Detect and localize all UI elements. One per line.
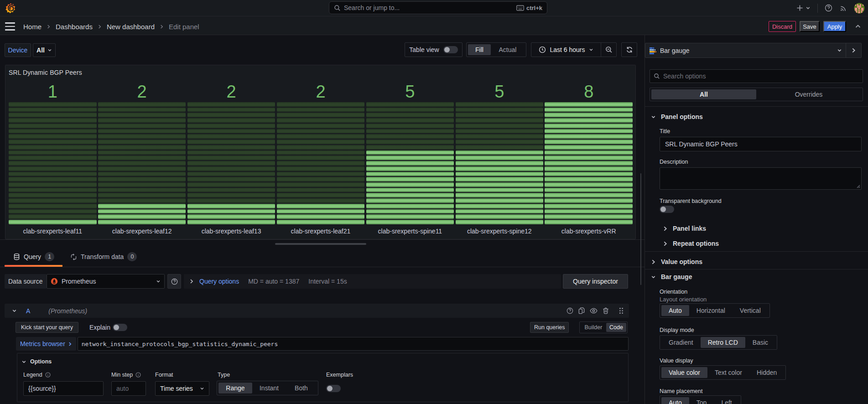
resize-handle-icon[interactable] <box>856 184 860 188</box>
help-icon[interactable] <box>825 4 832 12</box>
gauge-cell <box>456 182 544 187</box>
pane-splitter-handle[interactable] <box>640 173 641 285</box>
zoom-out-button[interactable] <box>601 43 616 57</box>
format-select[interactable]: Time series <box>155 381 209 396</box>
display-mode-basic[interactable]: Basic <box>745 337 775 348</box>
query-options-strip[interactable]: Query options MD = auto = 1387 Interval … <box>184 274 561 289</box>
gauge-cell <box>98 177 186 181</box>
orientation-auto[interactable]: Auto <box>661 305 689 316</box>
tab-query[interactable]: Query 1 <box>13 246 54 267</box>
query-options-collapse[interactable]: Options <box>21 358 52 365</box>
run-queries-button[interactable]: Run queries <box>530 322 569 333</box>
chevron-up-icon[interactable] <box>855 23 861 30</box>
tab-transform-data[interactable]: Transform data 0 <box>70 246 137 267</box>
table-view-toggle[interactable] <box>443 46 458 53</box>
value-display-text-color[interactable]: Text color <box>707 367 749 378</box>
gauge-cell <box>545 166 633 171</box>
discard-button[interactable]: Discard <box>769 21 796 32</box>
bar-gauge-panel[interactable]: SRL Dynamic BGP Peers 1clab-srexperts-le… <box>5 65 636 239</box>
filter-option-overrides[interactable]: Overrides <box>756 89 861 99</box>
value-display-hidden[interactable]: Hidden <box>749 367 784 378</box>
apply-button[interactable]: Apply <box>823 21 846 32</box>
panel-title-input[interactable]: SRL Dynamic BGP Peers <box>660 137 862 151</box>
time-range-picker[interactable]: Last 6 hours <box>531 43 601 57</box>
refresh-button[interactable] <box>621 42 637 57</box>
breadcrumb-dashboards[interactable]: Dashboards <box>56 23 93 31</box>
query-help-icon[interactable] <box>567 307 573 314</box>
gauge-cell <box>366 155 454 160</box>
orientation-horizontal[interactable]: Horizontal <box>689 305 733 316</box>
explain-toggle[interactable] <box>113 324 127 331</box>
info-icon[interactable] <box>45 372 51 378</box>
global-search-input[interactable]: Search or jump to... ctrl+k <box>329 1 547 14</box>
info-icon[interactable] <box>135 372 141 378</box>
prometheus-icon <box>51 278 58 285</box>
panel-links-section[interactable]: Panel links <box>663 225 706 232</box>
user-avatar[interactable] <box>854 3 865 14</box>
kick-start-query-button[interactable]: Kick start your query <box>16 322 78 333</box>
gauge-cell <box>456 102 544 107</box>
name-placement-top[interactable]: Top <box>689 397 714 404</box>
breadcrumb-new-dashboard[interactable]: New dashboard <box>107 23 155 31</box>
template-variable-picker: Device All <box>5 43 56 57</box>
viz-picker-main[interactable]: Bar gauge <box>645 43 846 57</box>
chevron-right-icon <box>98 25 102 29</box>
type-option-both[interactable]: Both <box>286 383 317 394</box>
type-option-range[interactable]: Range <box>218 383 252 394</box>
min-step-input[interactable]: auto <box>111 381 146 396</box>
display-mode-gradient[interactable]: Gradient <box>661 337 701 348</box>
gauge-name: clab-srexperts-spine11 <box>366 228 454 235</box>
gauge-cell <box>98 140 186 144</box>
horizontal-splitter-handle[interactable] <box>275 243 366 245</box>
gauge-cells <box>277 102 365 224</box>
transparent-bg-toggle[interactable] <box>660 206 674 213</box>
chevron-right-icon <box>851 48 856 53</box>
editor-mode-builder[interactable]: Builder <box>581 323 606 332</box>
menu-toggle-icon[interactable] <box>5 22 15 31</box>
orientation-vertical[interactable]: Vertical <box>733 305 768 316</box>
chevron-down-icon[interactable] <box>12 308 17 313</box>
hide-response-icon[interactable] <box>590 308 598 314</box>
panel-description-input[interactable] <box>660 167 862 190</box>
breadcrumb-home[interactable]: Home <box>23 23 42 31</box>
repeat-options-section[interactable]: Repeat options <box>663 240 719 247</box>
variable-value-dropdown[interactable]: All <box>33 43 56 57</box>
collapse-pane-button[interactable] <box>846 43 861 57</box>
datasource-picker[interactable]: Prometheus <box>47 274 165 289</box>
gauge-cell <box>277 209 365 214</box>
news-icon[interactable] <box>840 4 847 12</box>
legend-input[interactable]: {{source}} <box>23 381 104 396</box>
display-mode-retro-lcd[interactable]: Retro LCD <box>701 337 745 348</box>
value-display-value-color[interactable]: Value color <box>661 367 707 378</box>
size-option-fill[interactable]: Fill <box>468 44 491 55</box>
query-inspector-button[interactable]: Query inspector <box>563 274 628 289</box>
gauge-cell <box>277 204 365 208</box>
datasource-help-button[interactable] <box>167 274 181 289</box>
size-option-actual[interactable]: Actual <box>491 44 525 55</box>
variable-label[interactable]: Device <box>5 43 31 57</box>
query-row-header[interactable]: A (Prometheus) <box>5 304 629 318</box>
panel-options-section[interactable]: Panel options <box>651 113 703 120</box>
orientation-group: Auto Horizontal Vertical <box>660 303 770 318</box>
save-button[interactable]: Save <box>800 21 820 32</box>
gauge-cell <box>187 155 275 160</box>
name-placement-group: Auto Top Left <box>660 395 741 404</box>
name-placement-left[interactable]: Left <box>714 397 739 404</box>
options-search-input[interactable]: Search options <box>650 69 863 83</box>
query-expression-input[interactable]: network_instance_protocols_bgp_statistic… <box>78 337 629 351</box>
duplicate-query-icon[interactable] <box>578 307 585 314</box>
metrics-browser-button[interactable]: Metrics browser <box>16 337 76 351</box>
delete-query-icon[interactable] <box>603 307 609 314</box>
exemplars-toggle[interactable] <box>326 385 341 392</box>
add-button[interactable] <box>796 5 811 11</box>
editor-mode-code[interactable]: Code <box>606 323 626 332</box>
type-option-instant[interactable]: Instant <box>252 383 286 394</box>
drag-handle-icon[interactable] <box>619 307 624 314</box>
value-options-section[interactable]: Value options <box>651 258 702 265</box>
gauge-cell <box>277 134 365 139</box>
name-placement-auto[interactable]: Auto <box>661 397 689 404</box>
bar-gauge-section[interactable]: Bar gauge <box>651 273 692 280</box>
grafana-logo[interactable] <box>5 3 16 14</box>
chevron-down-icon <box>837 48 842 53</box>
filter-option-all[interactable]: All <box>651 89 756 99</box>
